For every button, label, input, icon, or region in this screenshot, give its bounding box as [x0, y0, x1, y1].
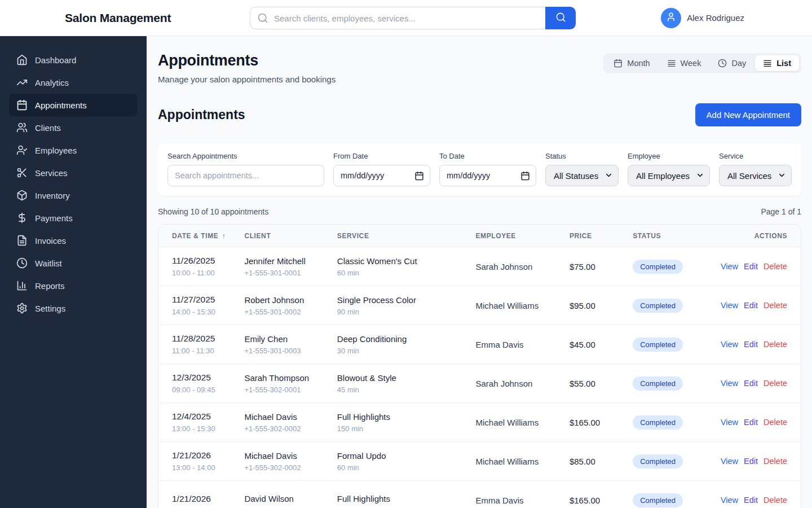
view-link[interactable]: View [721, 301, 738, 310]
app-header: Salon Management Alex Rodriguez [0, 0, 812, 36]
calendar-icon [16, 99, 28, 111]
client-name: Michael Davis [244, 412, 297, 422]
column-header-date-time[interactable]: Date & Time↑ [158, 232, 244, 240]
appointment-time: 13:00 - 14:00 [172, 463, 215, 472]
users-icon [16, 122, 28, 133]
service-duration: 60 min [337, 463, 359, 472]
global-search-input[interactable] [250, 7, 545, 29]
view-mode-day[interactable]: Day [710, 55, 754, 71]
user-menu[interactable]: Alex Rodriguez [661, 8, 744, 28]
sidebar-item-clients[interactable]: Clients [9, 116, 138, 139]
sidebar-item-inventory[interactable]: Inventory [9, 184, 138, 207]
service-name: Formal Updo [337, 451, 386, 461]
sidebar-item-dashboard[interactable]: Dashboard [9, 49, 138, 71]
sidebar-item-analytics[interactable]: Analytics [9, 71, 138, 94]
edit-link[interactable]: Edit [744, 418, 758, 427]
global-search [250, 7, 576, 29]
page-title: Appointments [158, 52, 336, 69]
sidebar-item-services[interactable]: Services [9, 161, 138, 184]
sidebar-item-invoices[interactable]: Invoices [9, 229, 138, 252]
view-mode-month[interactable]: Month [606, 55, 657, 71]
table-row: 1/21/2026David WilsonFull HighlightsEmma… [158, 481, 801, 508]
employee-name: Michael Williams [475, 457, 539, 466]
appointment-time: 14:00 - 15:30 [172, 308, 215, 316]
package-icon [16, 190, 28, 201]
column-header-client: Client [244, 232, 337, 240]
view-link[interactable]: View [721, 340, 738, 349]
sidebar-item-appointments[interactable]: Appointments [9, 94, 138, 116]
edit-link[interactable]: Edit [744, 262, 758, 271]
status-select[interactable]: All Statuses [545, 165, 619, 186]
sort-ascending-indicator: ↑ [222, 232, 226, 240]
appointment-date: 11/26/2025 [172, 256, 215, 266]
clock-icon [718, 59, 727, 68]
edit-link[interactable]: Edit [744, 379, 758, 388]
employee-select[interactable]: All Employees [628, 165, 710, 186]
service-name: Single Process Color [337, 295, 416, 305]
client-phone: +1-555-302-0001 [244, 386, 301, 394]
column-header-service: Service [337, 232, 476, 240]
delete-link[interactable]: Delete [764, 262, 787, 271]
view-link[interactable]: View [721, 379, 738, 388]
pagination-status: Page 1 of 1 [761, 207, 801, 216]
view-link[interactable]: View [721, 496, 738, 505]
sidebar-item-employees[interactable]: Employees [9, 139, 138, 161]
view-mode-list[interactable]: List [755, 55, 799, 71]
table-row: 11/26/202510:00 - 11:00Jennifer Mitchell… [158, 247, 801, 286]
search-appointments-input[interactable] [167, 165, 324, 186]
table-row: 11/28/202511:00 - 11:30Emily Chen+1-555-… [158, 325, 801, 364]
edit-link[interactable]: Edit [744, 301, 758, 310]
sidebar-item-settings[interactable]: Settings [9, 297, 138, 319]
sidebar-item-payments[interactable]: Payments [9, 207, 138, 229]
appointment-price: $165.00 [570, 496, 600, 505]
sidebar-item-waitlist[interactable]: Waitlist [9, 252, 138, 274]
search-button[interactable] [545, 7, 576, 29]
search-icon [555, 12, 566, 24]
delete-link[interactable]: Delete [764, 457, 787, 466]
list-lines-icon [667, 59, 676, 68]
delete-link[interactable]: Delete [764, 418, 787, 427]
status-badge: Completed [633, 493, 683, 507]
table-row: 12/3/202509:00 - 09:45Sarah Thompson+1-5… [158, 364, 801, 403]
column-header-employee: Employee [475, 232, 569, 240]
service-name: Deep Conditioning [337, 334, 407, 344]
search-appointments-label: Search Appointments [167, 152, 324, 160]
appointment-date: 11/28/2025 [172, 334, 215, 344]
view-link[interactable]: View [721, 262, 738, 271]
appointment-price: $75.00 [570, 262, 595, 271]
client-name: Jennifer Mitchell [244, 256, 305, 266]
delete-link[interactable]: Delete [764, 301, 787, 310]
appointment-price: $85.00 [570, 457, 595, 466]
appointment-time: 10:00 - 11:00 [172, 269, 215, 277]
column-header-actions: Actions [712, 232, 801, 240]
status-badge: Completed [633, 454, 683, 468]
service-label: Service [719, 152, 792, 160]
delete-link[interactable]: Delete [764, 340, 787, 349]
service-duration: 90 min [337, 308, 359, 316]
to-date-input[interactable]: mm/dd/yyyy [439, 165, 536, 186]
calendar-glyph-icon[interactable] [414, 171, 424, 181]
filters-panel: Search Appointments From Date mm/dd/yyyy… [158, 143, 801, 196]
delete-link[interactable]: Delete [764, 496, 787, 505]
edit-link[interactable]: Edit [744, 496, 758, 505]
sidebar-item-reports[interactable]: Reports [9, 274, 138, 297]
status-badge: Completed [633, 415, 683, 430]
status-badge: Completed [633, 260, 683, 274]
user-check-icon [16, 144, 28, 156]
calendar-glyph-icon[interactable] [520, 171, 530, 181]
edit-link[interactable]: Edit [744, 340, 758, 349]
from-date-input[interactable]: mm/dd/yyyy [333, 165, 430, 186]
view-link[interactable]: View [721, 418, 738, 427]
user-icon [666, 12, 676, 24]
view-link[interactable]: View [721, 457, 738, 466]
edit-link[interactable]: Edit [744, 457, 758, 466]
service-select[interactable]: All Services [719, 165, 792, 186]
list-lines-icon [763, 59, 772, 68]
service-duration: 150 min [337, 424, 363, 433]
view-mode-week[interactable]: Week [659, 55, 709, 71]
appointment-date: 11/27/2025 [172, 295, 215, 305]
calendar-icon [614, 59, 623, 68]
add-new-appointment-button[interactable]: Add New Appointment [695, 103, 801, 126]
gear-icon [16, 303, 28, 314]
delete-link[interactable]: Delete [764, 379, 787, 388]
